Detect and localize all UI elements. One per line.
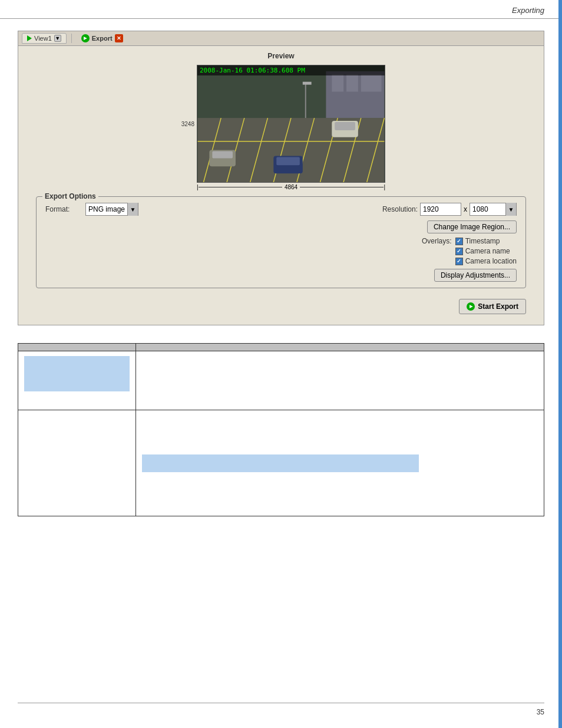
- overlay-items: Timestamp Camera name Camera location: [455, 237, 517, 265]
- resolution-height-value: 1080: [470, 205, 505, 213]
- start-export-button[interactable]: Start Export: [459, 299, 526, 314]
- preview-svg: [197, 65, 385, 182]
- x-dimension-label: 4864: [282, 184, 300, 190]
- tab-view1-label: View1: [34, 35, 52, 42]
- start-export-icon: [467, 302, 475, 311]
- page-footer: 35: [18, 703, 544, 716]
- overlay-timestamp: Timestamp: [455, 237, 517, 245]
- table-cell-2-1: [18, 410, 136, 516]
- table-cell-1-2: [136, 351, 544, 410]
- svg-rect-4: [361, 74, 382, 92]
- display-adjustments-button[interactable]: Display Adjustments...: [434, 269, 517, 282]
- preview-row: 3248 2008-Jan-16 01:06:38.608 PM: [177, 65, 385, 183]
- page-header: Exporting: [0, 0, 562, 19]
- export-options: Export Options Format: PNG image ▼ Resol…: [36, 196, 526, 288]
- change-region-button[interactable]: Change Image Region...: [427, 220, 517, 233]
- format-label: Format:: [45, 205, 81, 213]
- camera-location-label: Camera location: [465, 257, 517, 265]
- page-title: Exporting: [512, 6, 544, 15]
- dim-line-right: [300, 187, 384, 187]
- right-options: Change Image Region... Overlays: Timesta…: [45, 220, 517, 282]
- dim-arrow-right: |: [384, 184, 385, 190]
- tab-view1-close[interactable]: ▼: [54, 35, 61, 42]
- overlay-camera-name: Camera name: [455, 247, 517, 255]
- format-value: PNG image: [86, 205, 127, 213]
- page-number: 35: [537, 708, 544, 716]
- preview-title: Preview: [30, 52, 532, 60]
- tab-export[interactable]: Export ✕: [77, 33, 128, 44]
- format-dropdown-arrow[interactable]: ▼: [127, 203, 138, 216]
- overlays-label: Overlays:: [422, 237, 452, 245]
- preview-container: 3248 2008-Jan-16 01:06:38.608 PM: [30, 65, 532, 190]
- tab-view1[interactable]: View1 ▼: [22, 33, 67, 44]
- highlight-blue-block-2: [142, 454, 419, 472]
- overlays-section: Overlays: Timestamp Camera name: [422, 237, 517, 265]
- svg-rect-18: [276, 157, 300, 165]
- preview-timestamp: 2008-Jan-16 01:06:38.608 PM: [197, 65, 385, 75]
- camera-preview: 2008-Jan-16 01:06:38.608 PM: [197, 65, 385, 183]
- table-row-1: [18, 351, 544, 410]
- svg-rect-16: [335, 122, 355, 130]
- svg-rect-20: [212, 151, 233, 159]
- camera-location-checkbox[interactable]: [455, 258, 463, 265]
- app-window: View1 ▼ Export ✕ Preview 3248: [18, 31, 544, 325]
- export-options-legend: Export Options: [42, 192, 98, 200]
- svg-rect-22: [303, 82, 312, 85]
- play-icon: [27, 35, 32, 41]
- blue-sidebar-accent: [558, 0, 562, 728]
- table-cell-2-2: [136, 410, 544, 516]
- table-section: [18, 343, 544, 516]
- resolution-label: Resolution:: [382, 205, 418, 213]
- svg-rect-2: [332, 74, 343, 92]
- resolution-x-separator: x: [464, 205, 467, 213]
- tab-export-close[interactable]: ✕: [115, 34, 123, 42]
- overlay-camera-location: Camera location: [455, 257, 517, 265]
- resolution-wrapper: Resolution: x 1080 ▼: [382, 203, 517, 216]
- dim-line: [199, 187, 282, 187]
- resolution-height-select[interactable]: 1080 ▼: [470, 203, 517, 216]
- tab-bar: View1 ▼ Export ✕: [18, 31, 544, 46]
- start-export-area: Start Export: [30, 294, 532, 319]
- table-cell-1-1: [18, 351, 136, 410]
- timestamp-label: Timestamp: [465, 237, 500, 245]
- camera-name-checkbox[interactable]: [455, 248, 463, 255]
- y-dimension-label: 3248: [177, 121, 194, 127]
- tab-separator: [71, 34, 72, 43]
- svg-rect-3: [346, 74, 358, 92]
- format-select[interactable]: PNG image ▼: [85, 203, 138, 216]
- resolution-dropdown-arrow[interactable]: ▼: [505, 203, 516, 216]
- timestamp-checkbox[interactable]: [455, 238, 463, 245]
- tab-export-label: Export: [92, 35, 113, 42]
- preview-section: Preview 3248 2008-Jan-16 01:06:38.608 PM: [18, 46, 544, 325]
- resolution-width-input[interactable]: [420, 203, 461, 216]
- export-icon: [81, 34, 90, 42]
- format-row: Format: PNG image ▼ Resolution: x 1080 ▼: [45, 203, 517, 216]
- table-header-col1: [18, 344, 136, 351]
- start-export-label: Start Export: [478, 302, 518, 311]
- main-content: View1 ▼ Export ✕ Preview 3248: [0, 19, 562, 528]
- table-row-2: [18, 410, 544, 516]
- doc-table: [18, 343, 544, 516]
- camera-name-label: Camera name: [465, 247, 510, 255]
- x-dimension-container: | 4864 |: [197, 184, 385, 190]
- table-header-col2: [136, 344, 544, 351]
- highlight-blue-block-1: [24, 356, 130, 391]
